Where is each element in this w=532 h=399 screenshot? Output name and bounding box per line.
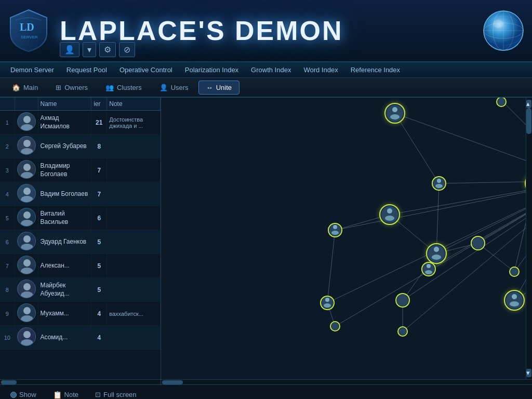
nav-request-pool[interactable]: Request Pool (60, 64, 113, 76)
svg-point-13 (23, 140, 31, 147)
network-node-2[interactable] (497, 98, 506, 107)
table-row[interactable]: 5 Виталий Васильев6 (0, 206, 161, 230)
user-note (107, 230, 161, 254)
tab-main[interactable]: 🏠 Main (4, 81, 46, 95)
table-row[interactable]: 6 Эдуард Гаенков5 (0, 230, 161, 254)
user-note (107, 254, 161, 278)
globe-icon (480, 7, 527, 54)
network-node-8[interactable] (471, 236, 485, 250)
row-number: 10 (0, 326, 15, 350)
right-scrollbar[interactable]: ▴ ▾ (526, 98, 532, 379)
svg-point-124 (399, 328, 406, 335)
table-row[interactable]: 9 Мухамм...4ваххабитск... (0, 302, 161, 326)
right-horizontal-scroll[interactable] (161, 379, 532, 384)
table-row[interactable]: 8 Майрбек Абуезид...5 (0, 278, 161, 302)
network-graph-panel[interactable]: ▴ ▾ (161, 98, 532, 379)
note-label: Note (64, 391, 78, 398)
row-number: 8 (0, 278, 15, 302)
clusters-icon: 👥 (105, 84, 114, 91)
avatar (17, 280, 36, 298)
tab-owners[interactable]: ⊞ Owners (48, 81, 96, 95)
scroll-down-arrow[interactable]: ▾ (526, 369, 531, 377)
user-score: 21 (91, 111, 107, 135)
left-horizontal-scroll[interactable] (0, 379, 161, 384)
svg-point-120 (510, 301, 519, 307)
user-icon-btn[interactable]: 👤 (60, 42, 79, 57)
table-row[interactable]: 1 Ахмад Исмаилов21Достоинства джихада и … (0, 111, 161, 135)
user-name: Владимир Боголаев (38, 158, 91, 182)
user-score: 4 (91, 326, 107, 350)
row-number: 3 (0, 158, 15, 182)
network-node-9[interactable] (510, 267, 519, 276)
right-scroll-thumb[interactable] (162, 380, 183, 384)
horizontal-scroll-area (0, 379, 532, 384)
avatar-cell (15, 302, 38, 326)
user-score: 5 (91, 254, 107, 278)
table-row[interactable]: 10 Асомид...4 (0, 326, 161, 350)
avatar (17, 327, 36, 346)
settings-icon-btn[interactable]: ⚙ (99, 42, 116, 57)
user-score: 4 (91, 302, 107, 326)
svg-point-119 (512, 294, 517, 299)
nav-growth-index[interactable]: Growth Index (245, 64, 297, 76)
svg-point-122 (331, 323, 339, 330)
svg-point-98 (432, 255, 441, 260)
network-node-1[interactable] (385, 103, 405, 123)
tab-users-label: Users (171, 84, 189, 91)
table-row[interactable]: 4 Вадим Боголаев7 (0, 182, 161, 206)
tab-clusters[interactable]: 👥 Clusters (98, 81, 150, 95)
network-node-15[interactable] (330, 322, 340, 331)
col-num (0, 98, 15, 111)
nav-word-index[interactable]: Word Index (297, 64, 344, 76)
row-number: 6 (0, 230, 15, 254)
network-node-16[interactable] (398, 327, 407, 336)
svg-point-90 (385, 216, 394, 221)
row-number: 2 (0, 135, 15, 158)
show-button[interactable]: Show (6, 389, 41, 399)
avatar (17, 160, 36, 179)
fullscreen-button[interactable]: ⊡ Full screen (91, 389, 141, 399)
table-scroll[interactable]: Name ier Note 1 Ахмад Исмаилов21Достоинс… (0, 98, 161, 379)
tab-bar: 🏠 Main ⊞ Owners 👥 Clusters 👤 Users ↔ Uni… (0, 78, 532, 98)
avatar (17, 112, 36, 131)
avatar-cell (15, 182, 38, 206)
svg-point-97 (434, 247, 439, 252)
table-row[interactable]: 2 Сергей Зубарев8 (0, 135, 161, 158)
main-content: Name ier Note 1 Ахмад Исмаилов21Достоинс… (0, 98, 532, 379)
network-node-14[interactable] (504, 290, 524, 310)
nav-demon-server[interactable]: Demon Server (4, 64, 60, 76)
network-node-13[interactable] (321, 296, 334, 310)
user-name: Виталий Васильев (38, 206, 91, 230)
network-node-3[interactable] (432, 177, 446, 190)
scroll-up-arrow[interactable]: ▴ (526, 100, 531, 108)
nav-polarization-index[interactable]: Polarization Index (179, 64, 245, 76)
network-node-5[interactable] (380, 205, 400, 224)
nav-reference-index[interactable]: Reference Index (344, 64, 406, 76)
scroll-thumb[interactable] (526, 108, 531, 134)
svg-point-116 (324, 303, 331, 308)
avatar-cell (15, 326, 38, 350)
block-icon-btn[interactable]: ⊘ (119, 42, 135, 57)
network-node-6[interactable] (328, 223, 342, 237)
tab-users[interactable]: 👤 Users (152, 81, 196, 95)
left-scroll-thumb[interactable] (1, 380, 17, 384)
tab-owners-label: Owners (64, 84, 88, 91)
table-row[interactable]: 3 Владимир Боголаев7 (0, 158, 161, 182)
user-name: Алексан... (38, 254, 91, 278)
network-node-12[interactable] (396, 294, 409, 307)
note-button[interactable]: 📋 Note (49, 389, 83, 400)
row-number: 4 (0, 182, 15, 206)
dropdown-btn[interactable]: ▾ (83, 42, 96, 57)
user-score: 5 (91, 278, 107, 302)
svg-point-25 (23, 235, 31, 243)
network-node-7[interactable] (427, 244, 446, 263)
avatar (17, 303, 36, 322)
nav-operative-control[interactable]: Operative Control (113, 64, 179, 76)
tab-unite[interactable]: ↔ Unite (198, 81, 240, 95)
table-row[interactable]: 7 Алексан...5 (0, 254, 161, 278)
svg-point-19 (23, 188, 31, 195)
user-score: 8 (91, 135, 107, 158)
avatar-cell (15, 158, 38, 182)
user-name: Мухамм... (38, 302, 91, 326)
network-node-11[interactable] (422, 262, 435, 276)
